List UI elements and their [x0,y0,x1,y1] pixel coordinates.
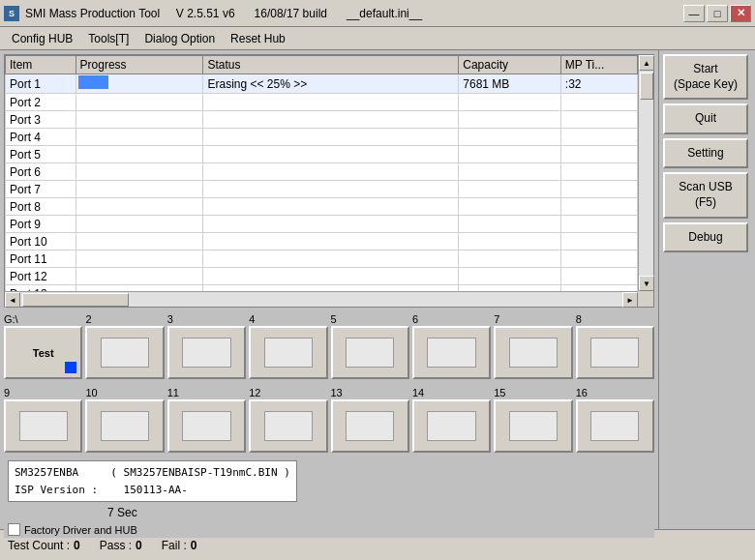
port-label-7: 7 [494,313,572,325]
port-box-15[interactable] [494,399,572,453]
cell-progress [76,251,203,268]
port-group-15: 15 [494,387,572,453]
port-label-10: 10 [85,387,164,398]
port-box-16[interactable] [576,399,654,453]
port-inner-12 [264,411,313,441]
cell-status [203,251,459,268]
cell-capacity [459,129,561,146]
menu-config-hub[interactable]: Config HUB [4,30,80,47]
scroll-thumb[interactable] [640,73,653,100]
cell-capacity [459,198,561,216]
cell-progress [76,146,203,163]
cell-progress [76,111,203,129]
vertical-scrollbar[interactable]: ▲ ▼ [638,55,653,291]
close-button[interactable]: ✕ [730,5,751,22]
pass-value: 0 [136,539,142,552]
table-container: Item Progress Status Capacity MP Ti... P… [4,54,654,308]
maximize-button[interactable]: □ [707,5,728,22]
port-box-4[interactable] [249,326,327,379]
port-box-5[interactable] [331,326,409,379]
ports-table: Item Progress Status Capacity MP Ti... P… [5,55,638,291]
main-content: Item Progress Status Capacity MP Ti... P… [0,50,755,529]
title-bar: S SMI Mass Production Tool V 2.5.51 v6 1… [0,0,755,27]
scroll-down-button[interactable]: ▼ [639,276,654,291]
app-config: __default.ini__ [347,7,422,20]
menu-dialog-option[interactable]: Dialog Option [136,30,223,47]
port-label-8: 8 [576,313,654,325]
port-inner-6 [427,338,475,368]
ports-row-2: 910111213141516 [4,385,654,455]
table-row: Port 3 [6,111,638,129]
port-group-13: 13 [331,387,409,453]
port-box-7[interactable] [494,326,572,379]
cell-item: Port 7 [6,181,76,198]
cell-status [203,181,459,198]
port-group-10: 10 [85,387,164,453]
port-box-14[interactable] [412,399,491,453]
port-inner-8 [590,338,639,368]
port-box-9[interactable] [4,399,82,453]
cell-mptime [560,94,637,111]
scroll-right-button[interactable]: ► [622,292,638,308]
setting-button[interactable]: Setting [663,138,748,169]
cell-item: Port 10 [6,233,76,251]
port-group-G:\: G:\Test [4,313,82,379]
table-row: Port 5 [6,146,638,163]
app-name: SMI Mass Production Tool [25,7,160,20]
menu-reset-hub[interactable]: Reset Hub [223,30,293,47]
port-label-16: 16 [576,387,654,398]
cell-item: Port 2 [6,94,76,111]
scroll-up-button[interactable]: ▲ [639,55,654,71]
cell-item: Port 5 [6,146,76,163]
col-item: Item [6,56,76,74]
factory-driver-checkbox[interactable] [8,523,20,536]
cell-mptime [560,163,637,181]
cell-progress [76,163,203,181]
port-inner-9 [19,411,68,441]
port-box-G:\[interactable]: Test [4,326,82,379]
cell-progress [76,94,203,111]
port-box-6[interactable] [412,326,491,379]
port-box-8[interactable] [576,326,654,379]
cell-capacity [459,251,561,268]
horizontal-scrollbar[interactable]: ◄ ► [5,291,638,307]
cell-item: Port 9 [6,216,76,233]
port-box-10[interactable] [85,399,164,453]
scan-usb-button[interactable]: Scan USB (F5) [663,172,748,218]
cell-item: Port 6 [6,163,76,181]
col-mptime: MP Ti... [560,56,637,74]
isp-version-label: ISP Version : [15,484,98,496]
minimize-button[interactable]: — [683,5,705,22]
cell-capacity [459,111,561,129]
port-box-3[interactable] [167,326,246,379]
cell-progress [76,181,203,198]
pass-item: Pass : 0 [100,539,142,552]
cell-mptime [560,181,637,198]
quit-button[interactable]: Quit [663,103,748,134]
h-scroll-thumb[interactable] [22,293,129,307]
port-box-2[interactable] [85,326,164,379]
port-box-12[interactable] [249,399,327,453]
port-label-3: 3 [167,313,246,325]
port-group-6: 6 [412,313,491,379]
cell-mptime [560,251,637,268]
factory-label: Factory Driver and HUB [24,524,137,536]
port-group-12: 12 [249,387,327,453]
cell-progress [76,198,203,216]
info-area: SM3257ENBA ( SM3257ENBAISP-T19nmC.BIN ) … [4,458,654,538]
menu-tools[interactable]: Tools[T] [80,30,136,47]
start-button[interactable]: Start (Space Key) [663,54,748,100]
test-count-value: 0 [74,539,80,552]
port-label-12: 12 [249,387,327,398]
cell-progress [76,129,203,146]
port-box-11[interactable] [167,399,246,453]
progress-bar [78,75,109,89]
scroll-left-button[interactable]: ◄ [5,292,20,308]
cell-capacity [459,268,561,285]
port-box-13[interactable] [331,399,409,453]
port-inner-10 [101,411,149,441]
app-date: 16/08/17 build [255,7,327,20]
debug-button[interactable]: Debug [663,222,748,253]
ports-row-1: G:\Test2345678 [4,311,654,381]
title-text: SMI Mass Production Tool V 2.5.51 v6 16/… [25,7,683,20]
